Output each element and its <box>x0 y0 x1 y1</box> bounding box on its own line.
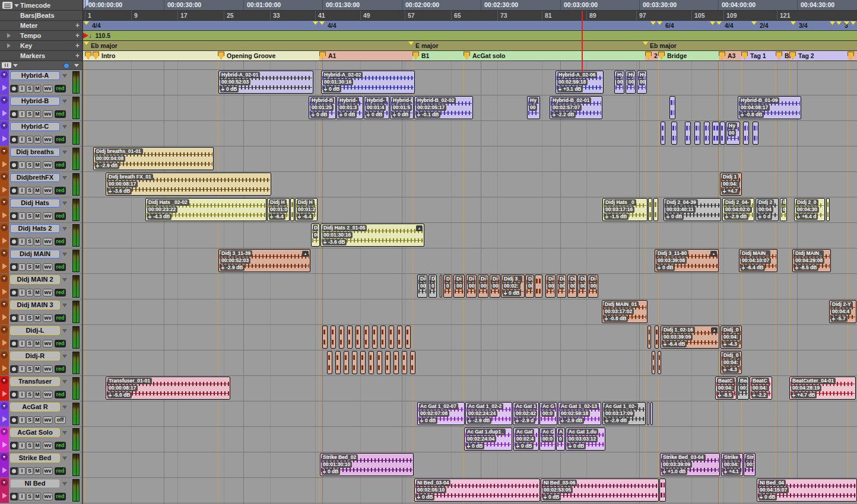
mute-button[interactable]: M <box>34 493 41 500</box>
track-options-caret-icon[interactable] <box>62 380 67 386</box>
track-lane[interactable]: Ac Gat 1.dup1_00:02:24:040 dBAc Gat00:02… <box>83 427 857 452</box>
track-name[interactable]: DidjbrethFX <box>10 173 60 182</box>
audio-clip[interactable]: Ac Gat 1_02-00:03:17:09-2.9 dB <box>602 402 646 425</box>
playlist-name-button[interactable]: off <box>55 416 66 424</box>
audio-clip[interactable] <box>720 122 725 145</box>
mute-button[interactable]: M <box>34 391 41 398</box>
ruler-menu-caret-icon[interactable] <box>14 4 19 9</box>
audio-clip[interactable]: Hybrid-B_02-0100:02:57:07-2.2 dB <box>550 96 602 119</box>
markers-ruler-body[interactable]: IntroOpening GrooveA1B1AcGat solo2Bridge… <box>83 51 857 61</box>
mute-button[interactable]: M <box>34 110 41 118</box>
audio-clip[interactable]: Hy00 <box>614 71 624 94</box>
audio-clip[interactable]: Hybrid-00:01:30 dB <box>337 96 363 119</box>
audio-clip[interactable]: Di00 <box>557 275 566 298</box>
audio-clip[interactable] <box>377 351 382 374</box>
record-enable-button[interactable] <box>10 314 18 322</box>
solo-button[interactable]: S <box>26 365 33 373</box>
audio-clip[interactable] <box>694 122 700 145</box>
audio-clip[interactable] <box>669 96 675 119</box>
audio-clip[interactable] <box>364 326 369 349</box>
audio-clip[interactable] <box>369 351 374 374</box>
expand-tempo-icon[interactable] <box>7 33 13 38</box>
audio-clip[interactable]: Didj Hats 2_01-0500:01:30:16-3.6 dB▴ <box>320 224 424 247</box>
audio-clip[interactable] <box>655 326 659 349</box>
track-lane[interactable]: Transfuser_01-0100:00:08:17-5.0 dBBeatC0… <box>83 376 857 401</box>
meter-change-icon[interactable] <box>751 21 757 25</box>
track-lane[interactable]: Didj_000:04:-4.3 <box>83 350 857 375</box>
audio-clip[interactable]: Didj 3_00:02:0 dB <box>501 275 525 298</box>
audio-clip[interactable]: Didj 2-Y00:04:4-5.7 <box>829 300 856 323</box>
track-lane[interactable]: Di00Didj Hats 2_01-0500:01:30:16-3.6 dB▴ <box>83 223 857 248</box>
track-options-caret-icon[interactable] <box>62 227 67 233</box>
audio-clip[interactable] <box>712 122 719 145</box>
waveform-view-button[interactable]: wv <box>43 442 53 449</box>
track-name[interactable]: Didj MAIN <box>10 250 60 259</box>
audio-clip[interactable]: Di00 <box>417 275 427 298</box>
record-enable-button[interactable] <box>10 238 18 245</box>
track-options-caret-icon[interactable] <box>62 100 67 106</box>
audio-clip[interactable]: Ac Gat 1.du00:03:03:120 dB <box>566 428 605 451</box>
track-lane[interactable]: Didj 1_02-1600:03:39:09-6.4 dB▴Didj_000:… <box>83 325 857 350</box>
waveform-view-button[interactable]: wv <box>43 85 53 92</box>
add-meter-button[interactable]: + <box>75 21 80 30</box>
audio-clip[interactable]: Hy00 <box>726 122 740 145</box>
audio-clip[interactable]: Didj Hats _000:03:17:16-1.5 dB <box>602 198 647 221</box>
playlist-name-button[interactable]: red <box>55 161 66 169</box>
meter-change-icon[interactable] <box>313 21 318 25</box>
audio-clip[interactable]: Didj_000:04:-4.3 <box>720 351 742 374</box>
mute-button[interactable]: M <box>34 187 41 194</box>
playlist-name-button[interactable]: red <box>55 314 66 322</box>
audio-clip[interactable]: Di00 <box>588 275 598 298</box>
track-name[interactable]: NI Bed <box>10 479 60 488</box>
meter-ruler-body[interactable]: 4/44/46/44/42/43/433 <box>83 21 857 31</box>
audio-clip[interactable]: D0 <box>429 275 437 298</box>
record-enable-button[interactable] <box>10 85 18 92</box>
track-collapse-button[interactable]: ▼ <box>1 326 8 333</box>
audio-clip[interactable] <box>385 351 391 374</box>
tempo-ruler-body[interactable]: ♩110.5 <box>83 31 857 41</box>
audio-clip[interactable] <box>685 122 691 145</box>
audio-clip[interactable]: NI Bed_03-0600:02:53:050 dB <box>541 479 659 502</box>
solo-button[interactable]: S <box>26 263 33 271</box>
record-enable-button[interactable] <box>10 467 18 475</box>
track-collapse-button[interactable]: ▼ <box>1 224 8 231</box>
input-monitor-button[interactable]: I <box>18 442 26 449</box>
waveform-view-button[interactable]: wv <box>43 493 53 500</box>
audio-clip[interactable]: Hy00 <box>626 71 636 94</box>
track-lane[interactable]: Didj 3_11-3900:00:52:03-2.9 dB▴Didj 3_11… <box>83 248 857 273</box>
meter-change-icon[interactable] <box>830 21 835 25</box>
input-monitor-button[interactable]: I <box>18 391 26 398</box>
waveform-view-button[interactable]: wv <box>43 365 53 373</box>
track-collapse-button[interactable]: ▼ <box>1 377 8 384</box>
timecode-ruler-body[interactable]: 00:00:00:0000:00:30:0000:01:00:0000:01:3… <box>83 0 857 11</box>
waveform-view-button[interactable]: wv <box>43 416 53 424</box>
waveform-view-button[interactable]: wv <box>43 289 53 296</box>
audio-clip[interactable]: Hybrid-B_01-0900:04:08:17-0.8 dB <box>738 96 801 119</box>
record-enable-button[interactable] <box>10 187 18 194</box>
track-collapse-button[interactable]: ▼ <box>1 428 8 435</box>
track-options-caret-icon[interactable] <box>62 278 67 284</box>
audio-clip[interactable] <box>339 326 344 349</box>
audio-clip[interactable] <box>653 198 658 221</box>
record-enable-button[interactable] <box>10 289 18 296</box>
record-enable-button[interactable] <box>10 212 18 220</box>
mute-button[interactable]: M <box>34 416 41 424</box>
audio-clip[interactable]: Ac Gat 100:02:42-2.9 d <box>513 402 539 425</box>
solo-button[interactable]: S <box>26 442 33 449</box>
meter-change-icon[interactable] <box>791 21 796 25</box>
record-enable-button[interactable] <box>10 340 18 347</box>
record-enable-button[interactable] <box>10 136 18 143</box>
audio-clip[interactable] <box>671 122 677 145</box>
mute-button[interactable]: M <box>34 467 41 475</box>
input-monitor-button[interactable]: I <box>18 365 26 373</box>
audio-clip[interactable]: Di00 <box>525 275 534 298</box>
track-collapse-button[interactable]: ▼ <box>1 479 8 486</box>
solo-button[interactable]: S <box>26 314 33 322</box>
audio-clip[interactable]: Ac Gat 1_02-0700:02:07:080 dB <box>417 402 465 425</box>
audio-clip[interactable] <box>658 351 661 374</box>
key-ruler-body[interactable]: Eb majorE majorEb major <box>83 41 857 51</box>
audio-clip[interactable]: Di00 <box>567 275 577 298</box>
audio-clip[interactable]: Strike Bed_0200:01:30:100 dB <box>320 453 414 476</box>
input-monitor-button[interactable]: I <box>18 85 26 92</box>
track-collapse-button[interactable]: ▼ <box>1 352 8 359</box>
